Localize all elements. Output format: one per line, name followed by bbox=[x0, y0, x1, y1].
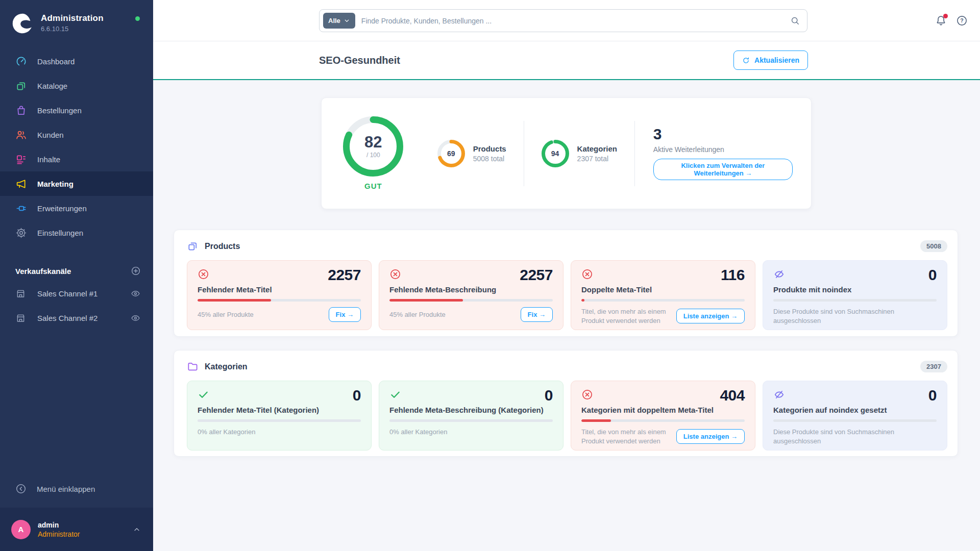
progress-bar bbox=[581, 419, 745, 422]
metric-title: Doppelte Meta-Titel bbox=[581, 285, 745, 294]
metric-value: 0 bbox=[785, 388, 937, 403]
products-copy-icon bbox=[187, 240, 199, 252]
extensions-plug-icon bbox=[15, 203, 27, 214]
progress-bar bbox=[773, 299, 937, 302]
metric-card-missing-meta-description: 2257 Fehlende Meta-Beschreibung 45% alle… bbox=[379, 260, 564, 330]
metric-title: Kategorien auf noindex gesetzt bbox=[773, 406, 937, 414]
redirects-label: Aktive Weiterleitungen bbox=[653, 145, 793, 154]
sidebar-item-einstellungen[interactable]: Einstellungen bbox=[0, 220, 153, 245]
metric-value: 2257 bbox=[209, 267, 361, 283]
check-icon bbox=[198, 389, 209, 400]
metric-value: 0 bbox=[209, 388, 361, 403]
metric-value: 116 bbox=[593, 267, 745, 283]
metric-card-missing-meta-title: 2257 Fehlender Meta-Titel 45% aller Prod… bbox=[187, 260, 372, 330]
sidebar-item-erweiterungen[interactable]: Erweiterungen bbox=[0, 196, 153, 220]
settings-gear-icon bbox=[15, 227, 27, 239]
user-role: Administrator bbox=[38, 530, 133, 538]
user-name: admin bbox=[38, 521, 133, 529]
shopware-logo-icon bbox=[11, 12, 34, 35]
search-input[interactable] bbox=[361, 17, 790, 25]
metric-title: Fehlender Meta-Titel (Kategorien) bbox=[198, 406, 361, 414]
metric-footnote: 0% aller Kategorien bbox=[389, 428, 553, 437]
progress-bar bbox=[581, 299, 745, 302]
sidebar: Administration 6.6.10.15 Dashboard Katal… bbox=[0, 0, 153, 551]
categories-gauge-label: Kategorien bbox=[577, 144, 617, 153]
metric-value: 0 bbox=[785, 267, 937, 283]
sidebar-item-label: Bestellungen bbox=[37, 106, 82, 115]
sales-channels-title: Verkaufskanäle bbox=[15, 267, 131, 276]
progress-bar bbox=[389, 419, 553, 422]
sidebar-item-sales-channel-2[interactable]: Sales Channel #2 bbox=[0, 306, 153, 330]
metric-footnote: 0% aller Kategorien bbox=[198, 428, 361, 437]
metric-title: Fehlender Meta-Titel bbox=[198, 285, 361, 294]
metric-card-missing-meta-title-categories: 0 Fehlender Meta-Titel (Kategorien) 0% a… bbox=[187, 381, 372, 450]
chevron-down-icon bbox=[344, 17, 350, 24]
overall-score-gauge: 82 / 100 bbox=[343, 116, 403, 177]
progress-bar bbox=[773, 419, 937, 422]
main-nav: Dashboard Kataloge Bestellungen Kunden I… bbox=[0, 49, 153, 245]
metric-footnote: Diese Produkte sind von Suchmaschinen au… bbox=[773, 307, 937, 325]
categories-section: Kategorien 2307 0 Fehlender Meta-Titel (… bbox=[174, 350, 958, 457]
user-menu[interactable]: A admin Administrator bbox=[0, 508, 153, 551]
metric-value: 404 bbox=[593, 388, 745, 403]
fix-button[interactable]: Fix → bbox=[521, 307, 553, 322]
metric-footnote: Titel, die von mehr als einem Produkt ve… bbox=[581, 428, 676, 445]
chevron-up-icon bbox=[133, 525, 141, 534]
sidebar-item-label: Dashboard bbox=[37, 57, 75, 66]
notification-dot bbox=[943, 14, 948, 18]
app-header: Administration 6.6.10.15 bbox=[0, 0, 153, 40]
help-icon[interactable]: ? bbox=[956, 15, 968, 27]
search-scope-dropdown[interactable]: Alle bbox=[323, 13, 355, 29]
metric-card-duplicate-meta-title: 116 Doppelte Meta-Titel Titel, die von m… bbox=[571, 260, 755, 330]
storefront-icon bbox=[15, 313, 26, 323]
sidebar-item-bestellungen[interactable]: Bestellungen bbox=[0, 98, 153, 122]
categories-section-title: Kategorien bbox=[205, 362, 920, 371]
refresh-button[interactable]: Aktualisieren bbox=[733, 51, 808, 70]
metric-card-products-noindex: 0 Produkte mit noindex Diese Produkte si… bbox=[763, 260, 947, 330]
sidebar-item-dashboard[interactable]: Dashboard bbox=[0, 49, 153, 73]
search-scope-label: Alle bbox=[328, 17, 340, 24]
collapse-menu-button[interactable]: Menü einklappen bbox=[0, 477, 153, 501]
sidebar-item-kunden[interactable]: Kunden bbox=[0, 122, 153, 147]
search-icon[interactable] bbox=[790, 16, 800, 26]
score-max: / 100 bbox=[366, 152, 380, 159]
sidebar-item-inhalte[interactable]: Inhalte bbox=[0, 147, 153, 171]
metric-value: 2257 bbox=[401, 267, 553, 283]
categories-gauge-total: 2307 total bbox=[577, 155, 617, 163]
sidebar-item-sales-channel-1[interactable]: Sales Channel #1 bbox=[0, 281, 153, 306]
visibility-eye-icon[interactable] bbox=[130, 288, 141, 299]
catalogues-icon bbox=[15, 80, 27, 92]
sidebar-item-kataloge[interactable]: Kataloge bbox=[0, 73, 153, 98]
manage-redirects-button[interactable]: Klicken zum Verwalten der Weiterleitunge… bbox=[653, 159, 793, 180]
fix-button[interactable]: Fix → bbox=[329, 307, 361, 322]
marketing-megaphone-icon bbox=[15, 178, 27, 190]
visibility-eye-icon[interactable] bbox=[130, 313, 141, 323]
error-circle-x-icon bbox=[581, 268, 593, 280]
orders-bag-icon bbox=[15, 105, 27, 116]
global-search[interactable]: Alle bbox=[319, 9, 807, 32]
sales-channel-label: Sales Channel #1 bbox=[37, 289, 97, 298]
sidebar-item-label: Einstellungen bbox=[37, 229, 83, 237]
products-gauge-total: 5008 total bbox=[473, 155, 506, 163]
content-area: 82 / 100 GUT 69 Products 5008 total 94 K… bbox=[153, 80, 980, 551]
products-gauge-label: Products bbox=[473, 144, 506, 153]
products-section-title: Products bbox=[205, 242, 920, 251]
show-list-button[interactable]: Liste anzeigen → bbox=[676, 309, 745, 323]
refresh-label: Aktualisieren bbox=[754, 56, 799, 64]
sidebar-item-label: Kataloge bbox=[37, 82, 67, 90]
sidebar-item-label: Marketing bbox=[37, 180, 74, 188]
sidebar-item-label: Erweiterungen bbox=[37, 204, 87, 213]
metric-title: Produkte mit noindex bbox=[773, 285, 937, 294]
error-circle-x-icon bbox=[581, 389, 593, 400]
sidebar-item-marketing[interactable]: Marketing bbox=[0, 171, 153, 196]
progress-bar bbox=[198, 299, 361, 302]
top-bar: Alle ? bbox=[153, 0, 980, 41]
seo-score-card: 82 / 100 GUT 69 Products 5008 total 94 K… bbox=[321, 97, 812, 209]
smart-bar: SEO-Gesundheit Aktualisieren bbox=[153, 41, 980, 80]
page-title: SEO-Gesundheit bbox=[319, 55, 733, 66]
collapse-menu-label: Menü einklappen bbox=[37, 485, 95, 493]
redirects-count: 3 bbox=[653, 127, 793, 142]
add-sales-channel-icon[interactable] bbox=[131, 266, 141, 276]
show-list-button[interactable]: Liste anzeigen → bbox=[676, 429, 745, 444]
notifications-bell-icon[interactable] bbox=[935, 15, 947, 27]
